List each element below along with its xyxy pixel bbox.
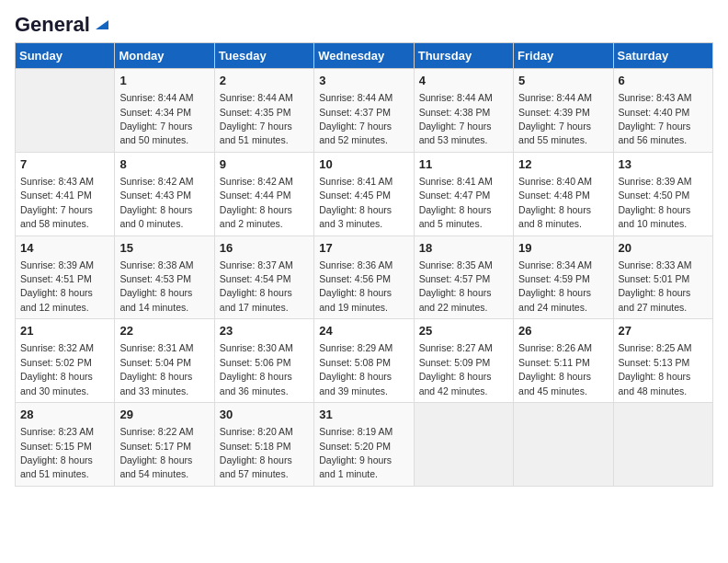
- day-number: 14: [20, 240, 109, 257]
- cell-sunset: Sunset: 4:50 PM: [619, 190, 690, 201]
- cell-sunrise: Sunrise: 8:23 AM: [20, 426, 94, 437]
- cell-daylight: Daylight: 8 hours and 42 minutes.: [419, 371, 492, 396]
- week-row-4: 21Sunrise: 8:32 AMSunset: 5:02 PMDayligh…: [16, 319, 713, 403]
- calendar-cell: 16Sunrise: 8:37 AMSunset: 4:54 PMDayligh…: [214, 236, 313, 319]
- calendar-cell: 5Sunrise: 8:44 AMSunset: 4:39 PMDaylight…: [514, 69, 613, 153]
- day-number: 9: [220, 156, 309, 173]
- cell-sunset: Sunset: 5:06 PM: [220, 357, 291, 368]
- header-row: SundayMondayTuesdayWednesdayThursdayFrid…: [16, 43, 713, 69]
- page-header: General: [15, 15, 713, 31]
- cell-sunset: Sunset: 4:35 PM: [220, 107, 291, 118]
- day-number: 8: [119, 156, 209, 173]
- cell-sunset: Sunset: 4:56 PM: [319, 273, 391, 284]
- cell-sunrise: Sunrise: 8:22 AM: [119, 426, 193, 437]
- col-header-sunday: Sunday: [16, 43, 115, 69]
- calendar-cell: [613, 403, 712, 487]
- cell-daylight: Daylight: 8 hours and 27 minutes.: [619, 287, 691, 312]
- cell-daylight: Daylight: 8 hours and 5 minutes.: [419, 204, 492, 229]
- cell-daylight: Daylight: 8 hours and 57 minutes.: [220, 454, 292, 479]
- day-number: 20: [619, 240, 708, 257]
- cell-sunrise: Sunrise: 8:25 AM: [619, 342, 692, 353]
- day-number: 11: [419, 156, 508, 173]
- cell-sunset: Sunset: 4:45 PM: [319, 190, 391, 201]
- day-number: 25: [419, 323, 508, 339]
- calendar-cell: 22Sunrise: 8:31 AMSunset: 5:04 PMDayligh…: [115, 319, 214, 403]
- cell-daylight: Daylight: 8 hours and 14 minutes.: [119, 287, 192, 312]
- cell-sunrise: Sunrise: 8:32 AM: [20, 342, 94, 353]
- col-header-monday: Monday: [115, 43, 214, 69]
- calendar-cell: 17Sunrise: 8:36 AMSunset: 4:56 PMDayligh…: [314, 236, 414, 319]
- cell-sunrise: Sunrise: 8:40 AM: [518, 176, 592, 187]
- week-row-3: 14Sunrise: 8:39 AMSunset: 4:51 PMDayligh…: [16, 236, 713, 319]
- cell-daylight: Daylight: 7 hours and 56 minutes.: [619, 121, 691, 145]
- cell-sunset: Sunset: 4:47 PM: [419, 190, 491, 201]
- cell-sunrise: Sunrise: 8:42 AM: [119, 176, 193, 187]
- calendar-cell: 9Sunrise: 8:42 AMSunset: 4:44 PMDaylight…: [214, 152, 313, 236]
- logo: General: [15, 15, 112, 31]
- day-number: 12: [518, 156, 608, 173]
- cell-sunrise: Sunrise: 8:43 AM: [20, 176, 94, 187]
- week-row-1: 1Sunrise: 8:44 AMSunset: 4:34 PMDaylight…: [16, 69, 713, 153]
- cell-daylight: Daylight: 7 hours and 50 minutes.: [119, 121, 192, 145]
- cell-sunset: Sunset: 5:17 PM: [119, 441, 191, 452]
- cell-sunset: Sunset: 4:39 PM: [518, 107, 590, 118]
- col-header-saturday: Saturday: [613, 43, 712, 69]
- cell-sunset: Sunset: 4:59 PM: [518, 273, 590, 284]
- cell-daylight: Daylight: 8 hours and 17 minutes.: [220, 287, 292, 312]
- calendar-cell: 15Sunrise: 8:38 AMSunset: 4:53 PMDayligh…: [115, 236, 214, 319]
- calendar-cell: 19Sunrise: 8:34 AMSunset: 4:59 PMDayligh…: [514, 236, 613, 319]
- day-number: 23: [220, 323, 309, 339]
- cell-sunset: Sunset: 4:43 PM: [119, 190, 191, 201]
- cell-sunset: Sunset: 5:11 PM: [518, 357, 590, 368]
- cell-sunrise: Sunrise: 8:43 AM: [619, 92, 692, 103]
- calendar-header: SundayMondayTuesdayWednesdayThursdayFrid…: [16, 43, 713, 69]
- cell-sunrise: Sunrise: 8:30 AM: [220, 342, 293, 353]
- cell-sunrise: Sunrise: 8:41 AM: [419, 176, 493, 187]
- day-number: 4: [419, 73, 508, 89]
- cell-daylight: Daylight: 8 hours and 2 minutes.: [220, 204, 292, 229]
- day-number: 16: [220, 240, 309, 257]
- calendar-cell: 11Sunrise: 8:41 AMSunset: 4:47 PMDayligh…: [414, 152, 513, 236]
- cell-daylight: Daylight: 8 hours and 19 minutes.: [319, 287, 392, 312]
- cell-sunrise: Sunrise: 8:33 AM: [619, 259, 692, 270]
- cell-sunrise: Sunrise: 8:26 AM: [518, 342, 592, 353]
- day-number: 6: [619, 73, 708, 89]
- calendar-cell: 26Sunrise: 8:26 AMSunset: 5:11 PMDayligh…: [514, 319, 613, 403]
- calendar-table: SundayMondayTuesdayWednesdayThursdayFrid…: [15, 42, 713, 487]
- calendar-cell: 20Sunrise: 8:33 AMSunset: 5:01 PMDayligh…: [613, 236, 712, 319]
- cell-sunset: Sunset: 5:20 PM: [319, 441, 391, 452]
- calendar-cell: 7Sunrise: 8:43 AMSunset: 4:41 PMDaylight…: [16, 152, 115, 236]
- cell-sunrise: Sunrise: 8:44 AM: [119, 92, 193, 103]
- svg-marker-0: [96, 20, 108, 29]
- cell-sunset: Sunset: 4:57 PM: [419, 273, 491, 284]
- cell-sunrise: Sunrise: 8:36 AM: [319, 259, 392, 270]
- col-header-wednesday: Wednesday: [314, 43, 414, 69]
- cell-daylight: Daylight: 8 hours and 33 minutes.: [119, 371, 192, 396]
- cell-daylight: Daylight: 8 hours and 30 minutes.: [20, 371, 93, 396]
- calendar-cell: 31Sunrise: 8:19 AMSunset: 5:20 PMDayligh…: [314, 403, 414, 487]
- cell-sunset: Sunset: 4:54 PM: [220, 273, 291, 284]
- calendar-cell: [16, 69, 115, 153]
- cell-daylight: Daylight: 7 hours and 52 minutes.: [319, 121, 392, 145]
- cell-sunset: Sunset: 4:37 PM: [319, 107, 391, 118]
- cell-sunrise: Sunrise: 8:31 AM: [119, 342, 193, 353]
- cell-daylight: Daylight: 7 hours and 58 minutes.: [20, 204, 93, 229]
- cell-sunrise: Sunrise: 8:44 AM: [518, 92, 592, 103]
- cell-sunset: Sunset: 4:34 PM: [119, 107, 191, 118]
- cell-sunrise: Sunrise: 8:42 AM: [220, 176, 293, 187]
- day-number: 1: [119, 73, 209, 89]
- cell-sunset: Sunset: 4:41 PM: [20, 190, 92, 201]
- day-number: 30: [220, 407, 309, 423]
- calendar-cell: 13Sunrise: 8:39 AMSunset: 4:50 PMDayligh…: [613, 152, 712, 236]
- cell-sunset: Sunset: 4:51 PM: [20, 273, 92, 284]
- cell-sunset: Sunset: 5:09 PM: [419, 357, 491, 368]
- cell-daylight: Daylight: 8 hours and 36 minutes.: [220, 371, 292, 396]
- cell-daylight: Daylight: 8 hours and 54 minutes.: [119, 454, 192, 479]
- calendar-cell: 25Sunrise: 8:27 AMSunset: 5:09 PMDayligh…: [414, 319, 513, 403]
- col-header-friday: Friday: [514, 43, 613, 69]
- calendar-cell: 21Sunrise: 8:32 AMSunset: 5:02 PMDayligh…: [16, 319, 115, 403]
- calendar-cell: 8Sunrise: 8:42 AMSunset: 4:43 PMDaylight…: [115, 152, 214, 236]
- cell-sunrise: Sunrise: 8:29 AM: [319, 342, 392, 353]
- cell-daylight: Daylight: 8 hours and 8 minutes.: [518, 204, 591, 229]
- cell-daylight: Daylight: 8 hours and 0 minutes.: [119, 204, 192, 229]
